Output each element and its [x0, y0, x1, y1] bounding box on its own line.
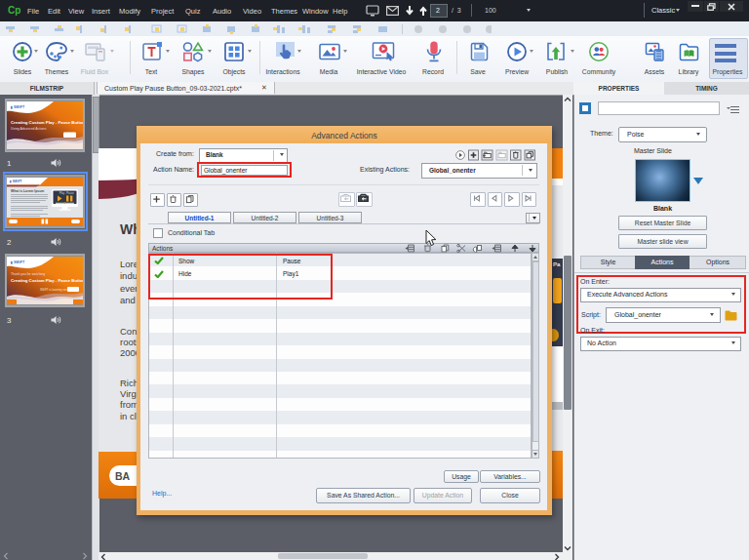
svg-text:What is Lorem Ipsum: What is Lorem Ipsum [11, 189, 44, 193]
svg-text:Using Advanced Actions: Using Advanced Actions [11, 127, 47, 131]
svg-text:▮ SWiFT: ▮ SWiFT [10, 180, 22, 183]
svg-text:Play - Pause: Play - Pause [59, 191, 74, 195]
svg-text:▮ SWiFT: ▮ SWiFT [11, 260, 25, 264]
svg-text:▮ SWiFT: ▮ SWiFT [11, 105, 25, 109]
svg-text:Creating Custom Play - Pause B: Creating Custom Play - Pause Button [11, 278, 83, 283]
svg-text:Thank you for watching: Thank you for watching [11, 272, 45, 276]
svg-text:Creating Custom Play - Pause B: Creating Custom Play - Pause Button [11, 120, 83, 125]
